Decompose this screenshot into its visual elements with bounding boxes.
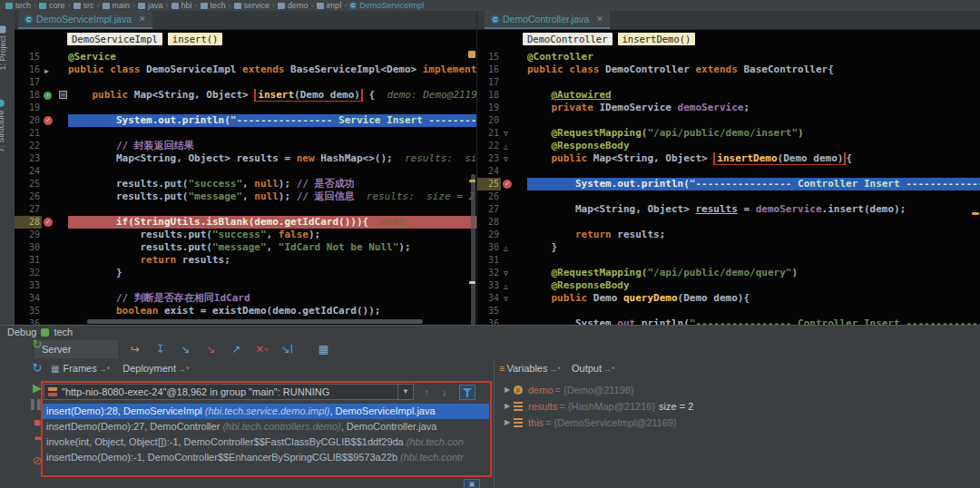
tab-deployment[interactable]: Deployment→* (122, 363, 189, 374)
nav-item-hbi[interactable]: hbi (172, 1, 192, 10)
line-number[interactable]: 36 (477, 317, 501, 325)
line-number[interactable]: 23 (477, 152, 501, 165)
line-number[interactable]: 28 (477, 216, 501, 229)
line-number[interactable]: 23 (15, 152, 42, 165)
line-number[interactable]: 30 (477, 241, 501, 254)
close-icon[interactable]: ✕ (596, 15, 603, 24)
breadcrumb-class[interactable]: DemoController (523, 33, 612, 45)
line-number[interactable]: 24 (15, 165, 42, 178)
implemented-marker-icon[interactable]: ▽ (504, 293, 508, 306)
nav-item-src[interactable]: src (74, 1, 94, 10)
line-number[interactable]: 26 (15, 190, 42, 203)
line-number[interactable]: 22 (477, 140, 501, 152)
line-number[interactable]: 26 (477, 190, 501, 203)
line-number[interactable]: 33 (15, 279, 42, 292)
override-marker-icon[interactable]: △ (504, 242, 508, 255)
line-number[interactable]: 16 (477, 63, 501, 76)
breakpoint-icon[interactable]: ✓ (503, 180, 512, 189)
line-number[interactable]: 36 (15, 317, 42, 325)
error-stripe-mark[interactable] (469, 281, 475, 284)
tab-variables[interactable]: ≡Variables→* (499, 363, 561, 374)
line-number[interactable]: 21 (477, 127, 501, 140)
breadcrumb-class[interactable]: DemoServiceImpl (67, 33, 162, 45)
tool-button-structure[interactable]: 7: Structure (0, 100, 5, 152)
line-number[interactable]: 30 (15, 241, 42, 254)
horizontal-scrollbar[interactable] (87, 319, 423, 324)
breakpoint-icon[interactable]: ✓ (44, 218, 53, 227)
panel-divider[interactable] (494, 361, 495, 488)
code-editor-right[interactable]: 15@Controller16public class DemoControll… (477, 48, 980, 325)
line-number[interactable]: 15 (477, 51, 501, 63)
thread-selector-dropdown[interactable]: "http-nio-8080-exec-24"@18,962 in group … (44, 384, 414, 400)
line-number[interactable]: 33 (477, 279, 501, 292)
next-frame-button[interactable]: ↓ (437, 385, 452, 399)
nav-item-tech[interactable]: tech (201, 1, 226, 10)
drop-frame-icon[interactable]: ✕▫ (254, 343, 270, 356)
line-number[interactable]: 34 (15, 292, 42, 305)
run-to-cursor-icon[interactable]: ↘I (279, 343, 295, 356)
implemented-marker-icon[interactable]: ▽ (504, 268, 508, 280)
line-number[interactable]: 20 (477, 114, 501, 127)
override-marker-icon[interactable]: △ (504, 141, 508, 153)
tab-output[interactable]: Output→* (572, 363, 615, 374)
variable-row-this[interactable]: ▶this = {DemoServiceImpl@21169} (501, 415, 973, 431)
frame-row[interactable]: insertDemo(Demo):-1, DemoController$$Enh… (43, 450, 489, 465)
nav-item-impl[interactable]: impl (317, 1, 342, 10)
breakpoint-icon[interactable]: ✓ (44, 116, 53, 125)
dropdown-arrow-icon[interactable]: ▼ (397, 385, 413, 399)
error-stripe-mark[interactable] (468, 51, 475, 58)
line-number[interactable]: 24 (477, 165, 501, 178)
vertical-scrollbar[interactable] (471, 174, 475, 325)
error-stripe-mark[interactable] (972, 212, 979, 215)
line-number[interactable]: 16 (15, 63, 42, 76)
line-number[interactable]: 32 (15, 267, 42, 279)
breadcrumb-method[interactable]: insert() (168, 33, 223, 45)
line-number[interactable]: 32 (477, 267, 501, 279)
close-icon[interactable]: ✕ (139, 15, 146, 24)
line-number[interactable]: 27 (477, 203, 501, 216)
line-number[interactable]: 25 (15, 178, 42, 190)
expand-icon[interactable]: ▶ (501, 382, 514, 398)
variable-row-results[interactable]: ▶results = {HashMap@21216}size = 2 (501, 398, 973, 415)
frame-row[interactable]: insertDemo(Demo):27, DemoController (hbi… (43, 419, 489, 434)
line-number[interactable]: 28 (15, 216, 42, 229)
force-step-into-icon[interactable]: ↘ (203, 343, 219, 356)
evaluate-expression-icon[interactable]: ▦ (316, 343, 331, 356)
line-number[interactable]: 29 (15, 229, 42, 241)
nav-item-java[interactable]: java (138, 1, 163, 10)
line-number[interactable]: 18 (477, 89, 501, 102)
nav-item-main[interactable]: main (103, 1, 131, 10)
breadcrumb-method[interactable]: insertDemo() (618, 33, 696, 45)
update-application-button[interactable]: ↻ (27, 361, 47, 375)
tab-frames[interactable]: ▦Frames→* (51, 363, 110, 374)
hide-frames-filter-button[interactable] (459, 385, 475, 400)
frame-row[interactable]: invoke(int, Object, Object[]):-1, DemoCo… (43, 434, 489, 450)
line-number[interactable]: 27 (15, 203, 42, 216)
previous-frame-button[interactable]: ↑ (419, 385, 434, 399)
line-number[interactable]: 35 (15, 305, 42, 317)
nav-item-tech[interactable]: tech (5, 1, 31, 10)
nav-item-class[interactable]: CDemoServiceImpl (349, 1, 424, 10)
rerun-button[interactable]: ↻ (27, 337, 47, 351)
nav-item-service[interactable]: service (234, 1, 270, 10)
line-number[interactable]: 21 (15, 127, 42, 140)
nav-item-core[interactable]: core (39, 1, 65, 10)
fold-marker-icon[interactable]: − (59, 91, 67, 99)
nav-item-demo[interactable]: demo (278, 1, 309, 10)
line-number[interactable]: 17 (477, 76, 501, 89)
line-number[interactable]: 15 (15, 51, 42, 63)
tab-democontroller[interactable]: C DemoController.java ✕ (485, 11, 610, 29)
error-stripe-mark[interactable] (469, 180, 475, 182)
variable-row-demo[interactable]: ▶pdemo = {Demo@21198} (501, 382, 973, 398)
line-number[interactable]: 20 (15, 114, 42, 127)
step-over-icon[interactable]: ↧ (152, 343, 168, 356)
code-editor-left[interactable]: 15@Service16▶public class DemoServiceImp… (15, 48, 476, 325)
step-into-icon[interactable]: ↘ (178, 343, 193, 356)
implemented-marker-icon[interactable]: ▽ (504, 153, 508, 166)
line-number[interactable]: 34 (477, 292, 501, 305)
line-number[interactable]: 25 (477, 178, 501, 190)
expand-icon[interactable]: ▶ (501, 415, 514, 431)
override-marker-icon[interactable]: △ (504, 280, 508, 293)
frame-row[interactable]: insert(Demo):28, DemoServiceImpl (hbi.te… (43, 404, 489, 419)
tool-button-project[interactable]: 1: Project (0, 25, 7, 70)
